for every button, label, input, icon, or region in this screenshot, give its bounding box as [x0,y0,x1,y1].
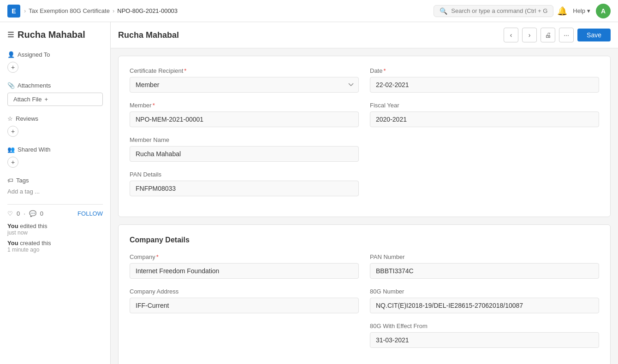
sidebar: ☰ Rucha Mahabal 👤 Assigned To + 📎 Attach… [0,22,111,364]
top-nav: E › Tax Exemption 80G Certificate › NPO-… [0,0,618,22]
g80-effect-from-input[interactable] [370,332,599,348]
likes-count: 0 [17,210,20,217]
reviews-label: Reviews [16,115,38,122]
company-address-input[interactable] [130,298,359,313]
assigned-to-add-button[interactable]: + [7,62,18,73]
shared-with-label: Shared With [18,146,51,153]
company-address-label: Company Address [130,288,359,295]
form-row-3: Member Name [130,136,599,162]
activity-actor-2: You [7,240,18,247]
print-button[interactable]: 🖨 [541,28,555,42]
member-name-label: Member Name [130,136,359,143]
activity-footer: ♡ 0 · 💬 0 FOLLOW You edited this just no… [7,204,103,253]
assigned-to-label: Assigned To [18,51,50,58]
attach-file-button[interactable]: Attach File + [7,93,103,106]
member-group: Member* [130,102,359,127]
comments-count: 0 [40,210,43,217]
save-button[interactable]: Save [577,29,611,41]
attach-file-label: Attach File [13,96,42,103]
more-options-button[interactable]: ··· [559,28,574,42]
pan-details-input[interactable] [130,181,359,196]
shared-with-icon: 👥 [7,146,15,153]
form-row-1: Certificate Recipient* Member Individual… [130,67,599,93]
page-header: Rucha Mahabal ‹ › 🖨 ··· Save [111,22,618,48]
fiscal-year-label: Fiscal Year [370,102,599,109]
breadcrumb-chevron2: › [113,7,114,14]
breadcrumb-parent[interactable]: Tax Exemption 80G Certificate [29,7,110,14]
reviews-add-button[interactable]: + [7,126,18,137]
help-label: Help [573,7,585,14]
activity-counts: ♡ 0 · 💬 0 FOLLOW [7,210,103,217]
attachments-header: 📎 Attachments [7,82,103,89]
assigned-to-section: 👤 Assigned To + [7,51,103,73]
search-icon: 🔍 [440,7,447,15]
tags-section: 🏷 Tags Add a tag ... [7,177,103,195]
form-row-4: PAN Details [130,171,599,196]
avatar[interactable]: A [596,4,611,18]
certificate-recipient-label: Certificate Recipient* [130,67,359,74]
reviews-header: ☆ Reviews [7,115,103,122]
app-body: ☰ Rucha Mahabal 👤 Assigned To + 📎 Attach… [0,22,618,364]
attachments-section: 📎 Attachments Attach File + [7,82,103,106]
activity-action-2: created this [20,240,51,247]
company-details-title: Company Details [130,236,599,244]
pan-number-input[interactable] [370,263,599,279]
add-tag-button[interactable]: Add a tag ... [7,188,40,195]
page-title-sidebar: ☰ Rucha Mahabal [7,29,103,40]
help-menu[interactable]: Help ▾ [573,7,590,14]
nav-right: 🔔 Help ▾ A [557,4,611,18]
tags-label: Tags [16,177,29,184]
page-header-title: Rucha Mahabal [118,30,179,40]
attachments-icon: 📎 [7,82,15,89]
form-row-2: Member* Fiscal Year [130,102,599,127]
company-group: Company* [130,253,359,279]
pan-details-label: PAN Details [130,171,359,178]
main-form-card: Certificate Recipient* Member Individual… [118,56,611,217]
notification-bell-icon[interactable]: 🔔 [557,6,567,16]
next-button[interactable]: › [522,28,537,42]
dot-separator: · [24,210,25,217]
search-bar[interactable]: 🔍 [434,5,553,17]
member-input[interactable] [130,112,359,127]
company-label: Company* [130,253,359,260]
hamburger-icon[interactable]: ☰ [7,30,14,39]
date-label: Date* [370,67,599,74]
member-label: Member* [130,102,359,109]
reviews-section: ☆ Reviews + [7,115,103,137]
breadcrumb-current: NPO-80G-2021-00003 [117,7,178,14]
follow-button[interactable]: FOLLOW [77,210,103,217]
activity-item-1: You edited this just now [7,223,103,236]
shared-with-header: 👥 Shared With [7,146,103,153]
assigned-to-header: 👤 Assigned To [7,51,103,58]
g80-number-group: 80G Number [370,288,599,313]
pan-details-group: PAN Details [130,171,359,196]
g80-effect-from-label: 80G With Effect From [370,323,599,329]
fiscal-year-input[interactable] [370,112,599,127]
search-input[interactable] [451,7,547,14]
company-address-group: Company Address [130,288,359,313]
activity-action-1: edited this [20,223,47,229]
attach-file-plus-icon: + [44,96,48,103]
activity-item-2: You created this 1 minute ago [7,240,103,253]
activity-time-1: just now [7,229,103,236]
shared-with-add-button[interactable]: + [7,157,18,168]
pan-number-label: PAN Number [370,253,599,260]
company-row-2: Company Address 80G Number [130,288,599,313]
heart-icon: ♡ [7,210,13,217]
company-input[interactable] [130,263,359,279]
brand-logo: E [7,5,20,18]
g80-number-input[interactable] [370,298,599,313]
tags-header: 🏷 Tags [7,177,103,184]
page-header-left: Rucha Mahabal [118,30,179,40]
comment-icon: 💬 [29,210,36,217]
certificate-recipient-group: Certificate Recipient* Member Individual… [130,67,359,93]
assigned-to-icon: 👤 [7,51,15,58]
page-title-text: Rucha Mahabal [18,29,85,40]
date-input[interactable] [370,77,599,93]
main-content: Rucha Mahabal ‹ › 🖨 ··· Save Certificate… [111,22,618,364]
member-name-input[interactable] [130,146,359,162]
form-area: Certificate Recipient* Member Individual… [111,48,618,364]
prev-button[interactable]: ‹ [504,28,518,42]
page-header-actions: ‹ › 🖨 ··· Save [504,28,611,42]
certificate-recipient-select[interactable]: Member Individual Organization [130,77,359,93]
